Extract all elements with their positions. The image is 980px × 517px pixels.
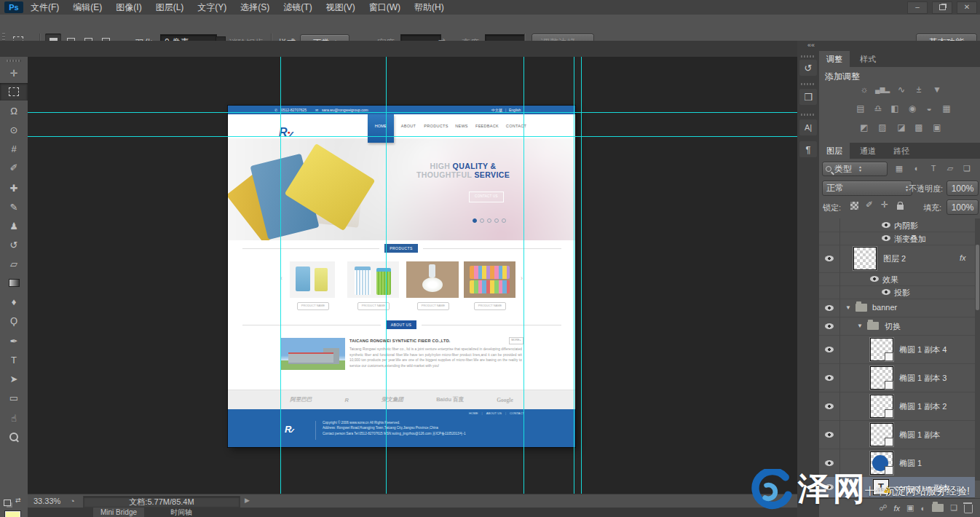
rectangular-marquee-tool[interactable]: [0, 83, 28, 100]
lock-move-icon[interactable]: ✛: [881, 200, 888, 210]
lock-paint-icon[interactable]: ✐: [866, 200, 873, 210]
visibility-eye-icon[interactable]: [882, 289, 890, 295]
tab-styles[interactable]: 样式: [853, 51, 883, 67]
lock-transparency-icon[interactable]: [850, 202, 858, 210]
brightness-contrast-icon[interactable]: ☼: [857, 83, 872, 96]
invert-icon[interactable]: ◩: [857, 121, 872, 134]
shape-layer-row[interactable]: 椭圆 1 副本 2: [819, 392, 975, 421]
new-group-icon[interactable]: [932, 504, 944, 512]
expand-triangle-icon[interactable]: ▼: [857, 323, 863, 329]
visibility-eye-icon[interactable]: [825, 375, 834, 381]
layer-effect-row[interactable]: 内阴影: [819, 218, 975, 232]
blur-tool[interactable]: [0, 293, 28, 310]
filter-pixel-layers-icon[interactable]: ▦: [893, 162, 906, 174]
filter-shape-layers-icon[interactable]: ▱: [944, 162, 957, 174]
foreground-color-swatch[interactable]: [5, 511, 20, 517]
history-brush-tool[interactable]: [0, 236, 28, 253]
minimize-button[interactable]: –: [907, 1, 928, 14]
tab-adjustments[interactable]: 调整: [819, 51, 850, 67]
group-row[interactable]: ▼ banner: [819, 299, 975, 317]
shape-layer-thumbnail[interactable]: [870, 366, 893, 390]
menu-select[interactable]: 选择(S): [240, 1, 269, 14]
menu-help[interactable]: 帮助(H): [414, 1, 444, 14]
zoom-tool[interactable]: [0, 428, 28, 446]
dodge-tool[interactable]: [0, 312, 28, 329]
visibility-eye-icon[interactable]: [882, 235, 890, 241]
levels-icon[interactable]: ▄▆▂: [875, 83, 890, 96]
visibility-eye-icon[interactable]: [825, 256, 834, 261]
collapse-panels-icon[interactable]: ««: [807, 42, 815, 49]
link-layers-icon[interactable]: ☍: [879, 503, 887, 513]
layers-scrollbar[interactable]: [975, 218, 980, 481]
photo-filter-icon[interactable]: ◉: [905, 102, 920, 115]
lasso-tool[interactable]: [0, 102, 28, 119]
visibility-eye-icon[interactable]: [870, 276, 879, 282]
ellipse-layer-thumbnail[interactable]: [870, 451, 893, 475]
menu-window[interactable]: 窗口(W): [369, 1, 400, 14]
menu-filter[interactable]: 滤镜(T): [283, 1, 312, 14]
close-button[interactable]: ✕: [957, 1, 977, 14]
shape-layer-row[interactable]: 椭圆 1 副本 4: [819, 335, 975, 364]
lock-all-icon[interactable]: [897, 205, 904, 210]
layer-filter-dropdown[interactable]: 类型 ▴▾: [822, 162, 888, 176]
shape-tool[interactable]: [0, 389, 28, 406]
layer-thumbnail[interactable]: [853, 247, 877, 270]
visibility-eye-icon[interactable]: [825, 432, 834, 438]
layer-effect-row[interactable]: 投影: [819, 285, 975, 299]
history-panel-icon[interactable]: ↺: [799, 60, 817, 76]
tab-layers[interactable]: 图层: [819, 143, 850, 159]
pen-tool[interactable]: [0, 332, 28, 350]
path-selection-tool[interactable]: [0, 370, 28, 387]
zoom-level-field[interactable]: 33.33%: [33, 497, 60, 505]
effects-header-row[interactable]: 效果: [819, 272, 975, 286]
channel-mixer-icon[interactable]: ◒: [922, 102, 936, 115]
eraser-tool[interactable]: [0, 255, 28, 272]
selected-text-layer-row[interactable]: T contact us 副本: [819, 477, 975, 498]
opacity-value[interactable]: 100%: [947, 181, 979, 196]
color-balance-icon[interactable]: ♎: [871, 102, 885, 115]
menu-file[interactable]: 文件(F): [31, 1, 59, 14]
paragraph-panel-icon[interactable]: ¶: [799, 141, 817, 157]
adjustment-layer-icon[interactable]: ◐: [920, 504, 925, 513]
new-layer-icon[interactable]: ❏: [950, 503, 957, 513]
visibility-eye-icon[interactable]: [825, 323, 834, 329]
scrollbar-thumb[interactable]: [976, 245, 979, 310]
expand-triangle-icon[interactable]: ▼: [845, 304, 851, 311]
shape-layer-thumbnail[interactable]: [870, 423, 893, 446]
menu-layer[interactable]: 图层(L): [156, 1, 184, 14]
layer-row[interactable]: 图层 2 fx: [819, 245, 975, 273]
color-lookup-icon[interactable]: ▦: [939, 102, 954, 115]
delete-layer-icon[interactable]: [964, 505, 973, 513]
menu-view[interactable]: 视图(V): [326, 1, 355, 14]
hand-tool[interactable]: [0, 409, 28, 427]
shape-layer-row[interactable]: 椭圆 1 副本 3: [819, 363, 975, 392]
hue-saturation-icon[interactable]: ▤: [853, 102, 868, 115]
crop-tool[interactable]: [0, 140, 28, 157]
type-tool[interactable]: [0, 351, 28, 368]
filter-type-layers-icon[interactable]: T: [927, 162, 940, 174]
visibility-eye-icon[interactable]: [825, 484, 834, 490]
brush-tool[interactable]: [0, 198, 28, 216]
tab-mini-bridge[interactable]: Mini Bridge: [93, 508, 144, 517]
posterize-icon[interactable]: ▨: [875, 121, 890, 134]
filter-adjustment-layers-icon[interactable]: ◐: [910, 162, 923, 174]
visibility-eye-icon[interactable]: [882, 222, 890, 228]
selective-color-icon[interactable]: ▣: [930, 121, 944, 134]
quick-selection-tool[interactable]: [0, 121, 28, 138]
shape-layer-row[interactable]: 椭圆 1: [819, 449, 975, 478]
eyedropper-tool[interactable]: [0, 159, 28, 176]
tab-paths[interactable]: 路径: [886, 143, 917, 159]
restore-button[interactable]: [932, 1, 952, 14]
visibility-eye-icon[interactable]: [825, 305, 834, 311]
healing-brush-tool[interactable]: [0, 179, 28, 197]
character-panel-icon[interactable]: A|: [799, 119, 817, 135]
group-row[interactable]: ▼ 切换: [819, 317, 975, 336]
black-white-icon[interactable]: ◧: [888, 102, 902, 115]
properties-panel-icon[interactable]: ❒: [799, 89, 817, 105]
clone-stamp-tool[interactable]: [0, 217, 28, 234]
default-colors-icon[interactable]: [4, 500, 11, 506]
move-tool[interactable]: [0, 64, 28, 82]
menu-image[interactable]: 图像(I): [116, 1, 141, 14]
status-flyout-arrow[interactable]: ▶: [245, 497, 250, 504]
layer-mask-icon[interactable]: ▣: [906, 503, 914, 513]
